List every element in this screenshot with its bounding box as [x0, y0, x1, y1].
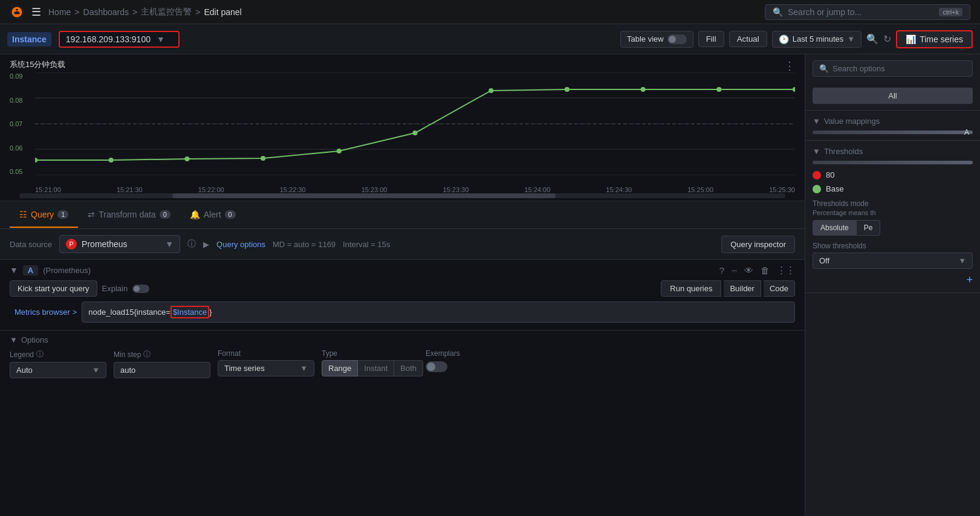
minstep-info-icon[interactable]: ⓘ	[143, 349, 151, 360]
datasource-select[interactable]: P Prometheus ▼	[59, 235, 180, 253]
legend-label: Legend ⓘ	[10, 349, 106, 360]
kickstart-row: Kick start your query Explain Run querie…	[10, 280, 795, 297]
options-grid: Legend ⓘ Auto ▼ Min step ⓘ auto	[10, 349, 795, 378]
show-thresholds-chevron: ▼	[958, 256, 966, 265]
expand-icon[interactable]: ▶	[203, 240, 209, 249]
query-editor-header: ▼ A (Prometheus) ? ⎓ 👁 🗑 ⋮⋮	[10, 265, 795, 276]
thresholds-mode-desc: Percentage means th	[813, 209, 973, 216]
thresholds-header[interactable]: ▼ Thresholds	[813, 147, 973, 156]
chart-scrollbar[interactable]	[19, 193, 785, 198]
percentage-button[interactable]: Pe	[857, 220, 881, 236]
query-input[interactable]: node_load15{instance= $Instance }	[82, 302, 795, 323]
tab-query[interactable]: ☷ Query 1	[10, 202, 78, 228]
metrics-browser-button[interactable]: Metrics browser >	[10, 304, 82, 320]
instance-dropdown[interactable]: 192.168.209.133:9100 ▼	[59, 31, 180, 48]
svg-point-11	[337, 149, 342, 153]
min-step-value: auto	[120, 366, 135, 375]
kickstart-button[interactable]: Kick start your query	[10, 280, 97, 297]
actual-button[interactable]: Actual	[729, 31, 767, 47]
search-icon: 🔍	[773, 7, 783, 17]
type-instant-button[interactable]: Instant	[358, 360, 394, 376]
format-select[interactable]: Time series ▼	[218, 360, 314, 376]
query-letter: A	[23, 265, 38, 276]
exemplars-toggle[interactable]	[426, 361, 447, 372]
collapse-icon[interactable]: ▼	[10, 265, 18, 275]
y-label: 0.09	[10, 73, 34, 80]
query-options-button[interactable]: Query options	[216, 240, 265, 249]
time-range-chevron: ▼	[847, 34, 855, 44]
scrollbar-handle	[172, 193, 556, 198]
visibility-icon[interactable]: 👁	[744, 265, 753, 276]
metrics-browser-label: Metrics browser	[15, 308, 70, 317]
fill-button[interactable]: Fill	[698, 31, 724, 47]
min-step-input[interactable]: auto	[114, 362, 210, 378]
query-inspector-button[interactable]: Query inspector	[721, 236, 795, 253]
run-queries-button[interactable]: Run queries	[661, 280, 721, 297]
type-group: Type Range Instant Both	[322, 349, 418, 376]
type-both-button[interactable]: Both	[394, 360, 423, 376]
svg-point-8	[109, 158, 114, 163]
show-thresholds-select[interactable]: Off ▼	[813, 253, 973, 269]
delete-icon[interactable]: 🗑	[761, 265, 770, 276]
drag-icon[interactable]: ⋮⋮	[777, 265, 795, 276]
hamburger-icon[interactable]: ☰	[31, 5, 41, 19]
x-label: 15:25:00	[687, 186, 713, 193]
value-a-indicator: A	[964, 131, 973, 134]
help-icon[interactable]: ?	[719, 265, 724, 276]
svg-point-13	[488, 88, 493, 93]
exemplars-label: Exemplars	[426, 349, 559, 358]
chevron-down-icon: ▼	[157, 34, 165, 44]
zoom-out-icon[interactable]: 🔍	[866, 33, 878, 45]
explain-toggle[interactable]	[132, 285, 149, 293]
x-axis: 15:21:00 15:21:30 15:22:00 15:22:30 15:2…	[35, 186, 795, 193]
breadcrumb-sep1: >	[74, 7, 79, 17]
info-icon[interactable]: ⓘ	[187, 239, 196, 250]
explain-label: Explain	[102, 284, 128, 293]
tab-transform[interactable]: ⇄ Transform data 0	[78, 202, 180, 228]
duplicate-icon[interactable]: ⎓	[732, 265, 737, 276]
builder-button[interactable]: Builder	[724, 280, 761, 297]
refresh-icon[interactable]: ↻	[883, 33, 891, 45]
search-options-input[interactable]: 🔍 Search options	[813, 60, 973, 77]
type-range-button[interactable]: Range	[322, 360, 358, 376]
chart-area: 0.09 0.08 0.07 0.06 0.05	[10, 73, 795, 193]
global-search[interactable]: 🔍 Search or jump to... ctrl+k	[765, 4, 970, 20]
time-series-button[interactable]: 📊 Time series	[896, 30, 973, 48]
breadcrumb-dashboards[interactable]: Dashboards	[83, 7, 129, 17]
legend-select[interactable]: Auto ▼	[10, 362, 106, 378]
time-series-label: Time series	[920, 34, 963, 44]
table-view-toggle[interactable]: Table view	[620, 31, 693, 48]
options-header[interactable]: ▼ Options	[10, 335, 795, 344]
legend-group: Legend ⓘ Auto ▼	[10, 349, 106, 378]
thresholds-mode-label: Thresholds mode	[813, 199, 973, 208]
all-button[interactable]: All	[813, 88, 973, 104]
query-actions: ? ⎓ 👁 🗑 ⋮⋮	[719, 265, 795, 276]
breadcrumb-home[interactable]: Home	[48, 7, 71, 17]
grafana-logo	[10, 5, 24, 19]
value-mappings-bar: A	[813, 131, 973, 134]
table-view-switch[interactable]	[667, 34, 687, 44]
code-button[interactable]: Code	[764, 280, 795, 297]
svg-point-7	[35, 158, 37, 163]
svg-point-9	[184, 156, 189, 161]
time-range-picker[interactable]: 🕑 Last 5 minutes ▼	[772, 31, 862, 48]
tab-alert[interactable]: 🔔 Alert 0	[180, 202, 245, 228]
chart-more-icon[interactable]: ⋮	[784, 59, 795, 73]
add-threshold-button[interactable]: +	[966, 274, 973, 286]
legend-info-icon[interactable]: ⓘ	[36, 349, 44, 360]
value-mappings-header[interactable]: ▼ Value mappings	[813, 117, 973, 126]
query-editor: ▼ A (Prometheus) ? ⎓ 👁 🗑 ⋮⋮ Kick start y…	[0, 260, 805, 331]
svg-point-12	[412, 131, 417, 135]
type-label: Type	[322, 349, 418, 358]
time-range-value: Last 5 minutes	[793, 34, 844, 44]
absolute-button[interactable]: Absolute	[813, 220, 857, 236]
tab-query-label: Query	[31, 210, 54, 219]
show-thresholds-value: Off	[819, 256, 829, 265]
chart-svg-area	[35, 73, 795, 175]
threshold-dot-green	[813, 185, 821, 193]
query-source: (Prometheus)	[43, 266, 91, 275]
format-value: Time series	[224, 364, 265, 373]
query-tabs: ☷ Query 1 ⇄ Transform data 0 🔔 Alert 0	[0, 201, 805, 229]
breadcrumb-dashboard[interactable]: 主机监控告警	[141, 7, 192, 18]
svg-point-15	[641, 87, 646, 92]
